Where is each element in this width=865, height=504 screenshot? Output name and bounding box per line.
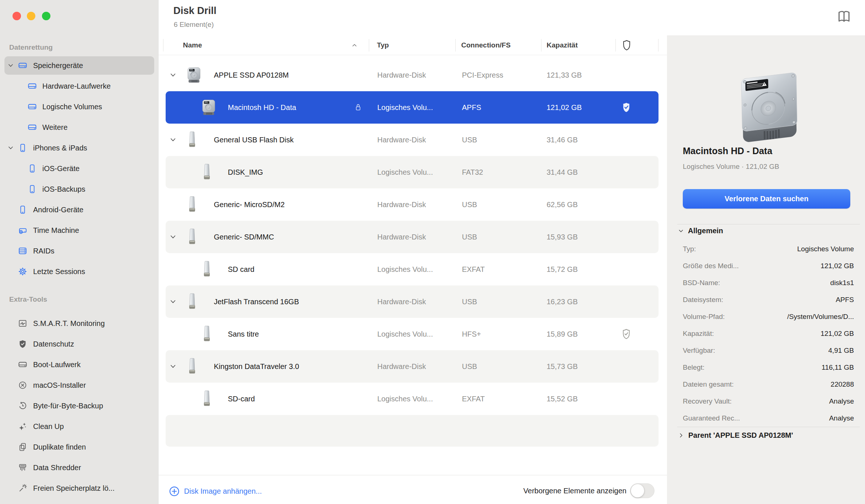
divider (677, 427, 860, 427)
table-row[interactable]: SD card Logisches Volu... EXFAT 15,72 GB (166, 253, 659, 285)
table-row[interactable]: General USB Flash Disk Hardware-Disk USB… (166, 124, 659, 156)
table-row[interactable]: Generic- MicroSD/M2 Hardware-Disk USB 62… (166, 188, 659, 221)
phone-icon (18, 143, 27, 153)
table-row[interactable]: APPLE SSD AP0128M Hardware-Disk PCI-Expr… (166, 59, 659, 91)
shield-check-icon[interactable] (621, 329, 631, 340)
phone-icon (28, 164, 37, 173)
table-row[interactable]: Sans titre Logisches Volu... HFS+ 15,89 … (166, 318, 659, 350)
inspector-title: Macintosh HD - Data (683, 146, 772, 156)
sidebar-item-ios-geraete[interactable]: iOS-Geräte (0, 158, 159, 179)
sidebar-item-byte-backup[interactable]: Byte-für-Byte-Backup (0, 395, 159, 416)
detail-value: 4,91 GB (828, 347, 854, 355)
usb-stick-icon (186, 293, 198, 310)
chevron-down-icon[interactable] (169, 297, 177, 306)
sidebar-item-freien-speicherplatz[interactable]: Freien Speicherplatz lö... (0, 478, 159, 498)
column-header-name[interactable]: Name (183, 41, 202, 49)
chevron-down-icon[interactable] (7, 144, 15, 152)
sort-ascending-icon[interactable] (350, 41, 359, 49)
detail-row: Recovery Vault: Analyse (683, 393, 854, 410)
row-capacity: 31,44 GB (547, 168, 578, 177)
sidebar-item-smart-monitoring[interactable]: S.M.A.R.T. Monitoring (0, 313, 159, 334)
sidebar-item-time-machine[interactable]: Time Machine (0, 220, 159, 241)
row-type: Hardware-Disk (377, 200, 426, 209)
show-hidden-toggle[interactable] (630, 483, 654, 498)
drive-icon (18, 61, 27, 70)
table-row-selected[interactable]: Macintosh HD - Data Logisches Volu... AP… (166, 91, 659, 124)
row-name: SD-card (228, 395, 255, 403)
row-type: Hardware-Disk (377, 136, 426, 144)
sidebar-item-macos-installer[interactable]: macOS-Installer (0, 375, 159, 395)
row-capacity: 15,93 GB (547, 233, 578, 241)
sidebar-item-boot-laufwerk[interactable]: Boot-Laufwerk (0, 354, 159, 375)
attach-disk-image-link[interactable]: Disk Image anhängen... (169, 484, 262, 498)
chevron-down-icon[interactable] (169, 233, 177, 241)
sidebar-item-duplikate-finden[interactable]: Duplikate finden (0, 437, 159, 457)
shield-column-icon[interactable] (622, 39, 632, 51)
chevron-down-icon[interactable] (7, 61, 15, 70)
chevron-down-icon[interactable] (169, 135, 177, 144)
chevron-down-icon[interactable] (169, 71, 177, 79)
sidebar-item-weitere[interactable]: Weitere (0, 117, 159, 138)
internal-hdd-icon (186, 67, 202, 84)
drive-icon (28, 82, 37, 91)
minimize-window-button[interactable] (27, 12, 35, 20)
phone-icon (18, 205, 27, 214)
table-row[interactable]: Generic- SD/MMC Hardware-Disk USB 15,93 … (166, 221, 659, 253)
table-row[interactable]: SD-card Logisches Volu... EXFAT 15,52 GB (166, 383, 659, 415)
drive-icon (18, 360, 27, 369)
sidebar-item-raids[interactable]: RAIDs (0, 241, 159, 261)
section-allgemein[interactable]: Allgemein (677, 227, 723, 235)
sidebar-item-label: iOS-Geräte (42, 164, 80, 173)
usb-stick-icon (186, 131, 198, 149)
sidebar-item-label: Freien Speicherplatz lö... (33, 484, 114, 493)
sidebar-item-datenschutz[interactable]: Datenschutz (0, 334, 159, 354)
sidebar-item-iphones-ipads[interactable]: iPhones & iPads (0, 138, 159, 158)
wand-icon (18, 484, 27, 493)
sidebar-item-logische-volumes[interactable]: Logische Volumes (0, 96, 159, 117)
sidebar-item-label: Clean Up (33, 422, 64, 431)
sidebar-item-label: iOS-Backups (42, 185, 85, 194)
detail-label: Größe des Medi... (683, 262, 739, 270)
row-name: Sans titre (228, 330, 259, 338)
help-book-icon[interactable] (836, 9, 852, 24)
sidebar-item-label: Datenschutz (33, 340, 74, 348)
zoom-window-button[interactable] (42, 12, 50, 20)
sidebar-item-letzte-sessions[interactable]: Letzte Sessions (0, 261, 159, 282)
internal-hdd-icon (201, 99, 216, 116)
detail-row: BSD-Name: disk1s1 (683, 274, 854, 291)
close-window-button[interactable] (13, 12, 21, 20)
detail-label: Guaranteed Rec... (683, 414, 740, 422)
sidebar-item-hardware-laufwerke[interactable]: Hardware-Laufwerke (0, 76, 159, 96)
row-connection: PCI-Express (462, 71, 503, 79)
row-capacity: 62,56 GB (547, 200, 578, 209)
table-row[interactable]: JetFlash Transcend 16GB Hardware-Disk US… (166, 285, 659, 318)
section-allgemein-label: Allgemein (688, 227, 723, 235)
phone-icon (28, 185, 37, 194)
sidebar-item-speichergeraete[interactable]: Speichergeräte (0, 55, 159, 76)
shield-check-icon (18, 340, 27, 349)
column-header-typ[interactable]: Typ (377, 41, 389, 49)
raid-icon (18, 246, 27, 256)
footer-divider (159, 475, 667, 475)
detail-label: Kapazität: (683, 330, 714, 338)
sidebar-item-ios-backups[interactable]: iOS-Backups (0, 179, 159, 199)
column-header-kapazitaet[interactable]: Kapazität (547, 41, 578, 49)
table-row-empty (166, 415, 659, 447)
show-hidden-label: Verborgene Elemente anzeigen (523, 487, 626, 495)
chevron-down-icon[interactable] (169, 362, 177, 371)
sidebar-section-datenrettung: Datenrettung (9, 43, 53, 52)
parent-disclosure[interactable]: Parent 'APPLE SSD AP0128M' (678, 431, 793, 440)
row-connection: HFS+ (462, 330, 481, 338)
usb-stick-icon (186, 196, 198, 213)
table-row[interactable]: Kingston DataTraveler 3.0 Hardware-Disk … (166, 350, 659, 383)
sidebar-item-data-shredder[interactable]: Data Shredder (0, 457, 159, 478)
sidebar-item-label: Boot-Laufwerk (33, 361, 81, 369)
sidebar-item-label: iPhones & iPads (33, 144, 87, 152)
scan-lost-data-button[interactable]: Verlorene Daten suchen (683, 189, 850, 209)
table-row[interactable]: DISK_IMG Logisches Volu... FAT32 31,44 G… (166, 156, 659, 188)
sidebar-item-android-geraete[interactable]: Android-Geräte (0, 199, 159, 220)
detail-row: Größe des Medi... 121,02 GB (683, 258, 854, 274)
sidebar-item-clean-up[interactable]: Clean Up (0, 416, 159, 437)
column-header-connection[interactable]: Connection/FS (461, 41, 511, 49)
shield-check-icon[interactable] (621, 102, 631, 113)
